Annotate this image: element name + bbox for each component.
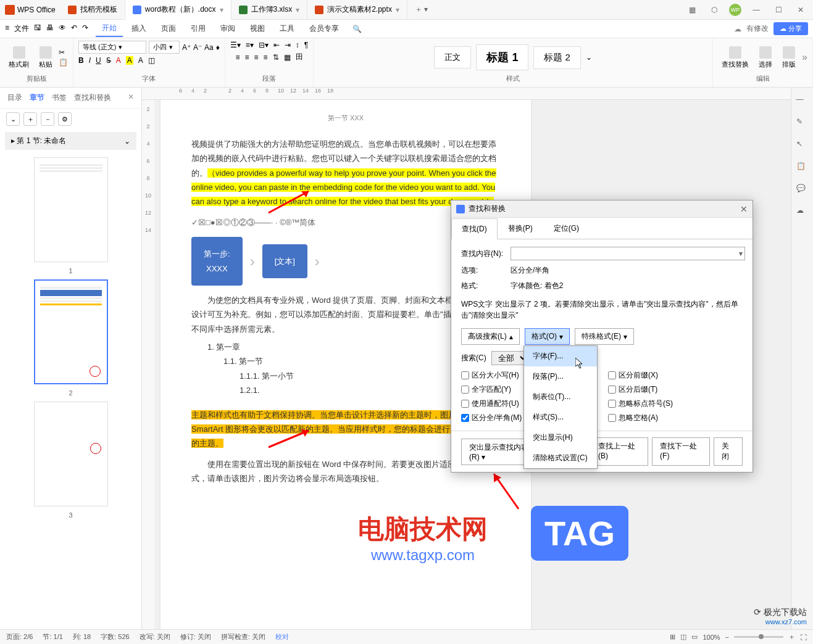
tab-pptx[interactable]: 演示文稿素材2.pptx ▾ xyxy=(307,0,407,20)
find-dropdown-icon[interactable]: ▾ xyxy=(739,249,743,258)
status-revision[interactable]: 修订: 关闭 xyxy=(180,632,211,642)
view-mode-icon[interactable]: ⊞ xyxy=(670,633,675,641)
underline-button[interactable]: U xyxy=(96,56,101,65)
highlight-color-button[interactable]: A xyxy=(126,56,133,65)
search-icon[interactable]: 🔍 xyxy=(348,25,367,33)
align-justify-icon[interactable]: ≡ xyxy=(264,53,268,62)
vertical-ruler[interactable]: 2246 8101214 xyxy=(142,100,154,632)
style-heading1[interactable]: 标题 1 xyxy=(476,44,528,70)
search-scope-select[interactable]: 全部 xyxy=(491,351,528,365)
pointer-icon[interactable]: ↖ xyxy=(796,139,809,152)
increase-font-icon[interactable]: A⁺ xyxy=(182,43,191,52)
undo-icon[interactable]: ↶ xyxy=(71,23,77,34)
view-web-icon[interactable]: ◫ xyxy=(680,633,686,641)
multilevel-icon[interactable]: ⊟▾ xyxy=(259,41,269,49)
redo-icon[interactable]: ↷ xyxy=(82,23,88,34)
user-avatar[interactable]: WP xyxy=(729,4,741,16)
dialog-tab-goto[interactable]: 定位(G) xyxy=(543,218,590,239)
page-thumb-3[interactable] xyxy=(34,402,108,506)
nav-tab-bookmarks[interactable]: 书签 xyxy=(52,93,67,103)
menu-member[interactable]: 会员专享 xyxy=(303,21,345,36)
page-thumb-2[interactable] xyxy=(34,279,108,384)
line-spacing-icon[interactable]: ⇅ xyxy=(273,53,279,62)
tab-dropdown-icon[interactable]: ▾ xyxy=(296,6,299,14)
special-format-button[interactable]: 特殊格式(E) ▾ xyxy=(575,328,634,345)
tab-dropdown-icon[interactable]: ▾ xyxy=(220,6,223,14)
nav-collapse-button[interactable]: ⌄ xyxy=(6,112,20,126)
cloud-sync-icon[interactable]: ☁ xyxy=(734,25,741,33)
zoom-out-button[interactable]: − xyxy=(725,634,729,641)
status-column[interactable]: 列: 18 xyxy=(73,632,91,642)
style-heading2[interactable]: 标题 2 xyxy=(533,46,581,69)
format-button[interactable]: 格式(O) ▾ xyxy=(525,328,570,345)
format-menu-paragraph[interactable]: 段落(P)... xyxy=(524,366,597,387)
fit-page-icon[interactable]: ⛶ xyxy=(800,634,807,641)
check-prefix[interactable]: 区分前缀(X) xyxy=(608,370,743,381)
zoom-level[interactable]: 100% xyxy=(703,634,720,641)
decrease-indent-icon[interactable]: ⇤ xyxy=(273,41,280,49)
bold-button[interactable]: B xyxy=(78,56,84,65)
tab-templates[interactable]: 找稻壳模板 xyxy=(60,0,125,20)
sort-icon[interactable]: ↕ xyxy=(296,41,299,49)
menu-page[interactable]: 页面 xyxy=(155,21,182,36)
select-button[interactable]: 选择 xyxy=(755,45,776,70)
menu-insert[interactable]: 插入 xyxy=(125,21,152,36)
page-thumb-1[interactable] xyxy=(34,157,108,262)
horizontal-ruler[interactable]: 642 246 81012 141618 xyxy=(142,88,791,100)
menu-review[interactable]: 审阅 xyxy=(214,21,241,36)
tab-xlsx[interactable]: 工作簿3.xlsx ▾ xyxy=(231,0,308,20)
font-color-button[interactable]: A xyxy=(116,56,121,65)
style-normal[interactable]: 正文 xyxy=(434,46,471,68)
status-words[interactable]: 字数: 526 xyxy=(101,632,129,642)
cloud-icon[interactable]: ☁ xyxy=(796,206,809,218)
cut-icon[interactable]: ✂ xyxy=(59,48,68,57)
styles-more-icon[interactable]: ⌄ xyxy=(586,53,592,62)
zoom-in-button[interactable]: ＋ xyxy=(788,632,795,642)
bullets-icon[interactable]: ☰▾ xyxy=(230,41,241,49)
tab-word-doc[interactable]: word教程（新）.docx ▾ xyxy=(125,0,231,20)
align-left-icon[interactable]: ≡ xyxy=(236,53,240,62)
format-menu-tabs[interactable]: 制表位(T)... xyxy=(524,387,597,407)
clipboard-icon[interactable]: 📋 xyxy=(796,162,809,174)
menu-view[interactable]: 视图 xyxy=(244,21,271,36)
file-menu[interactable]: 文件 xyxy=(14,23,29,34)
check-punct[interactable]: 忽略标点符号(S) xyxy=(608,398,743,409)
paste-button[interactable]: 粘贴 xyxy=(35,45,56,70)
menu-tools[interactable]: 工具 xyxy=(273,21,301,36)
show-marks-icon[interactable]: ¶ xyxy=(304,41,308,49)
borders-icon[interactable]: 田 xyxy=(296,52,303,62)
find-next-button[interactable]: 查找下一处(F) xyxy=(652,437,709,466)
status-proof[interactable]: 校对 xyxy=(275,632,289,642)
status-section[interactable]: 节: 1/1 xyxy=(43,632,62,642)
align-center-icon[interactable]: ≡ xyxy=(245,53,249,62)
dialog-tab-replace[interactable]: 替换(P) xyxy=(498,218,543,239)
section-menu-icon[interactable]: ⌄ xyxy=(124,137,130,146)
share-button[interactable]: ☁ 分享 xyxy=(773,22,808,35)
status-page[interactable]: 页面: 2/6 xyxy=(6,632,33,642)
cube-icon[interactable]: ⬡ xyxy=(707,2,722,17)
nav-close-icon[interactable]: ✕ xyxy=(128,93,134,103)
format-painter-button[interactable]: 格式刷 xyxy=(5,45,33,70)
comment-icon[interactable]: 💬 xyxy=(796,184,809,196)
tab-dropdown-icon[interactable]: ▾ xyxy=(396,6,399,14)
italic-button[interactable]: I xyxy=(89,56,91,65)
font-size-combo[interactable]: 小四 ▾ xyxy=(149,41,180,54)
check-space[interactable]: 忽略空格(A) xyxy=(608,413,743,423)
strikethrough-button[interactable]: S̶ xyxy=(106,56,111,65)
align-right-icon[interactable]: ≡ xyxy=(254,53,259,62)
format-menu-clear[interactable]: 清除格式设置(C) xyxy=(524,448,597,468)
menu-reference[interactable]: 引用 xyxy=(185,21,212,36)
zoom-slider[interactable] xyxy=(734,636,783,638)
view-outline-icon[interactable]: ▭ xyxy=(691,633,698,641)
nav-section-header[interactable]: ▸ 第 1 节: 未命名 ⌄ xyxy=(5,132,136,150)
find-prev-button[interactable]: 查找上一处(B) xyxy=(590,437,648,466)
nav-settings-button[interactable]: ⚙ xyxy=(58,112,72,126)
increase-indent-icon[interactable]: ⇥ xyxy=(285,41,291,49)
text-effects-button[interactable]: A xyxy=(138,56,143,65)
ribbon-expand-icon[interactable]: » xyxy=(802,52,807,63)
status-spell[interactable]: 拼写检查: 关闭 xyxy=(221,632,265,642)
copy-icon[interactable]: 📋 xyxy=(59,58,68,67)
maximize-button[interactable]: ☐ xyxy=(771,2,786,17)
settings-icon[interactable]: — xyxy=(796,95,809,107)
format-menu-highlight[interactable]: 突出显示(H) xyxy=(524,427,597,448)
